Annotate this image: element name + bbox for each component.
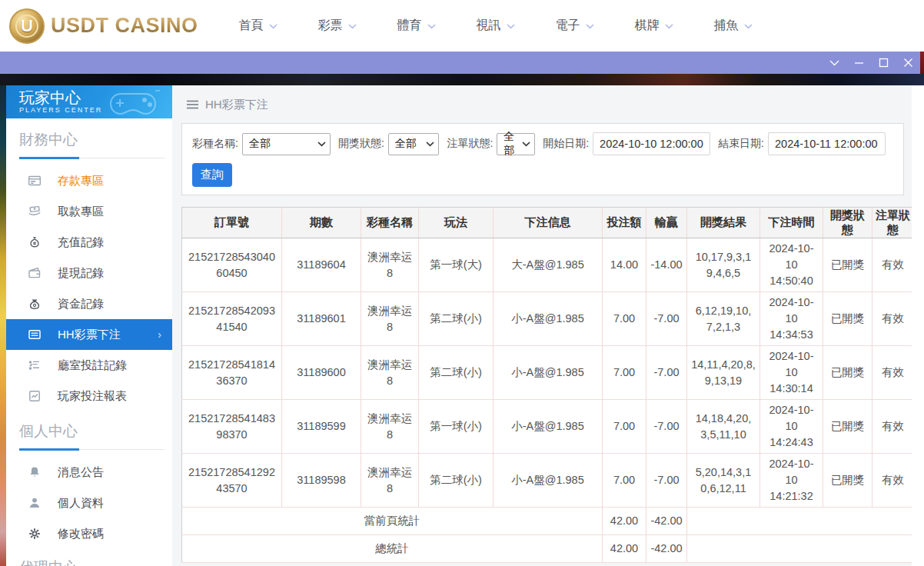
table-cell: 第二球(小) xyxy=(419,292,494,346)
table-cell: 2152172854181436370 xyxy=(182,346,282,400)
table-cell: 小-A盤@1.985 xyxy=(494,400,603,454)
sidebar-item-label: 充值記錄 xyxy=(58,235,104,250)
summary-row: 當前頁統計42.00-42.00 xyxy=(182,508,914,535)
window-edge-red-strip xyxy=(920,52,924,74)
query-button[interactable]: 查詢 xyxy=(192,163,232,187)
table-cell: 第一球(大) xyxy=(419,238,494,292)
nav-label: 首頁 xyxy=(239,18,264,34)
sidebar-item-player-bet-report[interactable]: 玩家投注報表 xyxy=(6,381,172,411)
top-navbar: U USDT CASINO 首頁 彩票 體育 視訊 電子 棋牌 捕魚 xyxy=(0,0,924,52)
sidebar-item-funds-record[interactable]: 資金記錄 xyxy=(6,288,172,319)
sidebar-item-notices[interactable]: 消息公告 xyxy=(6,457,172,488)
sidebar-item-label: 個人資料 xyxy=(58,496,104,511)
nav-item-sports[interactable]: 體育 xyxy=(377,18,456,34)
sidebar-item-recharge-record[interactable]: 充值記錄 xyxy=(6,227,172,258)
section-title-finance: 財務中心 xyxy=(19,130,172,150)
nav-item-home[interactable]: 首頁 xyxy=(218,18,297,34)
sidebar-item-label: 玩家投注報表 xyxy=(58,389,127,404)
draw-status-select[interactable]: 全部 xyxy=(388,133,440,155)
sidebar-item-room-bet-record[interactable]: 廳室投註記錄 xyxy=(6,350,172,381)
end-date-input[interactable] xyxy=(768,132,886,155)
column-header: 注單狀態 xyxy=(872,208,914,238)
notice-bell-icon xyxy=(27,466,42,478)
withdraw-icon xyxy=(27,205,42,218)
sidebar-item-label: 廳室投註記錄 xyxy=(58,358,127,373)
window-close-icon[interactable] xyxy=(902,58,913,68)
table-cell: 有效 xyxy=(872,400,914,454)
chevron-right-icon: › xyxy=(158,328,161,341)
background-left-strip xyxy=(0,85,6,566)
select-chevron-icon xyxy=(522,142,530,147)
sidebar-item-label: HH彩票下注 xyxy=(58,328,121,342)
sidebar-item-withdraw[interactable]: 取款專區 xyxy=(6,196,172,227)
table-cell: 已開獎 xyxy=(823,400,872,454)
summary-empty-cell xyxy=(687,508,914,535)
menu-hamburger-icon xyxy=(187,100,198,109)
table-row: 215217285420934154031189601澳洲幸运8第二球(小)小-… xyxy=(182,292,914,346)
sidebar-item-hh-lottery-bets[interactable]: HH彩票下注 › xyxy=(6,319,172,350)
section-rule xyxy=(6,448,172,451)
summary-empty-cell xyxy=(687,535,914,563)
nav-label: 棋牌 xyxy=(635,18,660,34)
window-maximize-icon[interactable] xyxy=(878,58,889,68)
table-cell: 已開獎 xyxy=(823,346,872,400)
table-cell: 澳洲幸运8 xyxy=(361,346,419,400)
sidebar-item-withdrawal-record[interactable]: 提現記錄 xyxy=(6,258,172,288)
logo-letter: U xyxy=(15,15,38,38)
table-cell: 2024-10-10 14:50:40 xyxy=(760,238,823,292)
chevron-down-icon xyxy=(586,24,594,29)
window-collapse-icon[interactable] xyxy=(829,58,839,68)
chevron-down-icon xyxy=(665,24,673,29)
table-cell: 2024-10-10 14:21:32 xyxy=(760,454,823,508)
sidebar-item-label: 資金記錄 xyxy=(58,297,104,311)
table-cell: 大-A盤@1.985 xyxy=(494,238,603,292)
column-header: 開獎結果 xyxy=(687,208,760,238)
column-header: 玩法 xyxy=(419,208,494,238)
table-cell: 31189598 xyxy=(282,454,361,508)
table-cell: 31189599 xyxy=(282,400,361,454)
nav-item-lottery[interactable]: 彩票 xyxy=(297,18,377,34)
select-chevron-icon xyxy=(317,142,326,147)
sidebar-item-change-password[interactable]: 修改密碼 xyxy=(6,518,172,549)
table-cell: 已開獎 xyxy=(823,454,872,508)
draw-status-label: 開獎狀態: xyxy=(338,137,384,151)
nav-item-board-games[interactable]: 棋牌 xyxy=(614,18,693,34)
nav-item-electronic[interactable]: 電子 xyxy=(535,18,614,34)
summary-row: 總統計42.00-42.00 xyxy=(182,535,914,563)
table-row: 215217285430406045031189604澳洲幸运8第一球(大)大-… xyxy=(182,238,914,292)
personal-menu: 消息公告 個人資料 修改密碼 xyxy=(6,457,172,549)
table-cell: 6,12,19,10,7,2,1,3 xyxy=(687,292,760,346)
start-date-label: 開始日期: xyxy=(543,137,589,151)
brand-name: USDT CASINO xyxy=(51,14,198,38)
nav-label: 電子 xyxy=(556,18,580,34)
sidebar-item-profile[interactable]: 個人資料 xyxy=(6,488,172,518)
column-header: 輸贏 xyxy=(646,208,687,238)
table-cell: -7.00 xyxy=(646,400,687,454)
sidebar-item-deposit[interactable]: 存款專區 xyxy=(6,165,172,196)
start-date-input[interactable] xyxy=(593,132,710,155)
window-minimize-icon[interactable] xyxy=(853,58,864,68)
main-content: HH彩票下注 彩種名稱: 全部 開獎狀態: 全部 注單狀態: 全部 xyxy=(172,85,912,566)
nav-label: 體育 xyxy=(397,18,422,34)
table-cell: 有效 xyxy=(872,238,914,292)
window-titlebar xyxy=(0,52,924,74)
nav-item-video[interactable]: 視訊 xyxy=(456,18,535,34)
table-cell: 澳洲幸运8 xyxy=(361,454,419,508)
brand-logo[interactable]: U USDT CASINO xyxy=(9,8,201,44)
nav-label: 視訊 xyxy=(477,18,501,34)
table-cell: -7.00 xyxy=(646,346,687,400)
table-cell: 2152172854129243570 xyxy=(182,454,282,508)
sidebar-item-label: 修改密碼 xyxy=(58,527,104,541)
table-cell: 有效 xyxy=(872,346,914,400)
bets-table: 訂單號 期數 彩種名稱 玩法 下注信息 投注額 輸贏 開獎結果 下注時間 開獎狀… xyxy=(181,207,914,563)
casino-coin-logo-icon: U xyxy=(9,8,45,44)
table-cell: 澳洲幸运8 xyxy=(361,292,419,346)
nav-item-fishing[interactable]: 捕魚 xyxy=(693,18,773,34)
order-status-select[interactable]: 全部 xyxy=(497,133,535,155)
table-cell: 第二球(小) xyxy=(419,454,494,508)
lottery-name-select[interactable]: 全部 xyxy=(242,133,331,155)
table-cell: 14,18,4,20,3,5,11,10 xyxy=(687,400,760,454)
table-cell: 7.00 xyxy=(603,454,646,508)
chevron-down-icon xyxy=(269,24,278,29)
table-cell: 2152172854148398370 xyxy=(182,400,282,454)
